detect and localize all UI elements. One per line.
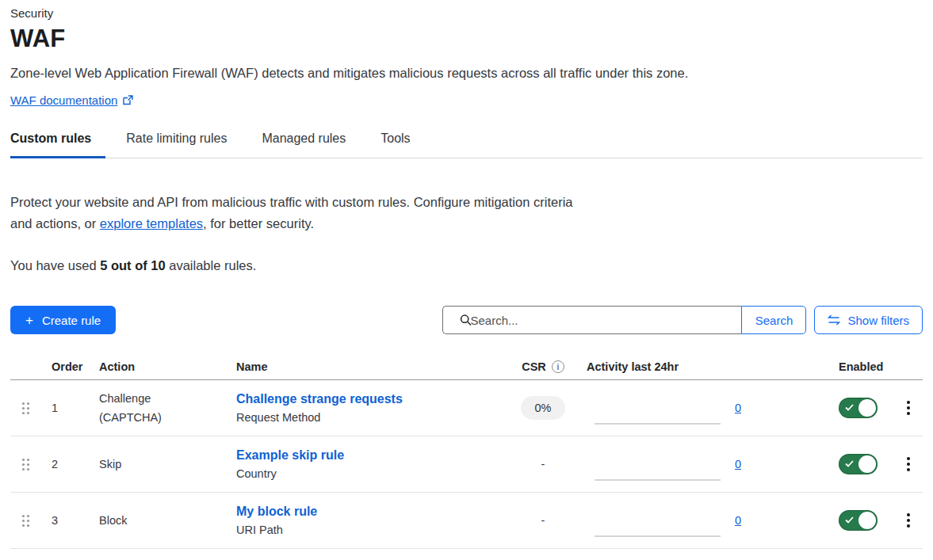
toolbar-right: Search Show filters [442,306,923,334]
activity-sparkline [587,436,721,492]
usage-summary: You have used 5 out of 10 available rule… [10,258,923,273]
toggle-knob [858,512,876,529]
show-filters-label: Show filters [847,314,909,327]
enabled-toggle[interactable] [839,398,878,418]
activity-cell: 0 [587,436,741,492]
usage-count: 5 out of 10 [100,258,166,272]
header-name: Name [226,360,499,373]
rule-order: 2 [41,458,87,470]
table-row-1: 1 Challenge (CAPTCHA) Challenge strange … [10,380,923,436]
toggle-knob [858,455,876,473]
drag-handle-icon[interactable] [10,402,41,415]
toolbar: + Create rule Search Show filters [10,306,923,334]
rule-order: 1 [41,402,87,414]
activity-cell: 0 [587,380,741,436]
kebab-menu-icon[interactable] [894,454,923,474]
page-description: Zone-level Web Application Firewall (WAF… [10,66,923,81]
csr-cell: - [499,514,587,527]
drag-handle-icon[interactable] [10,458,41,471]
kebab-menu-icon[interactable] [894,398,923,418]
create-rule-label: Create rule [42,314,101,327]
rule-action: Block [87,511,226,530]
enabled-cell [827,510,894,531]
usage-suffix: available rules. [166,258,257,272]
header-activity: Activity last 24hr [587,360,741,373]
tab-tools[interactable]: Tools [380,131,424,158]
rules-table: Order Action Name CSR i Activity last 24… [10,354,923,549]
drag-handle-icon[interactable] [10,514,41,528]
tab-managed-rules[interactable]: Managed rules [262,131,360,158]
rule-action: Skip [87,455,226,474]
table-row-3: 3 Block My block rule URI Path - 0 [10,493,923,549]
intro-text: Protect your website and API from malici… [10,192,587,234]
table-header: Order Action Name CSR i Activity last 24… [10,354,923,380]
rule-name-cell: Example skip rule Country [226,448,499,480]
explore-templates-link[interactable]: explore templates [100,216,203,230]
external-link-icon [123,95,133,105]
create-rule-button[interactable]: + Create rule [10,306,116,334]
waf-page: Security WAF Zone-level Web Application … [0,0,933,549]
tab-bar: Custom rules Rate limiting rules Managed… [10,131,923,158]
enabled-toggle[interactable] [839,454,878,474]
tab-custom-rules[interactable]: Custom rules [10,131,105,158]
csr-badge: 0% [521,396,566,420]
search-group: Search [442,306,806,334]
rule-field: Country [236,467,499,480]
enabled-toggle[interactable] [839,510,878,531]
header-csr: CSR i [499,360,587,373]
activity-count-link[interactable]: 0 [735,514,741,527]
header-csr-label: CSR [522,360,546,373]
waf-documentation-link[interactable]: WAF documentation [10,93,133,107]
table-row-2: 2 Skip Example skip rule Country - 0 [10,436,923,493]
csr-cell: 0% [499,396,587,420]
rule-name-cell: Challenge strange requests Request Metho… [226,392,499,424]
rule-action: Challenge (CAPTCHA) [87,389,226,427]
activity-count-link[interactable]: 0 [735,458,741,470]
enabled-cell [827,454,894,474]
search-button[interactable]: Search [741,306,806,334]
rule-name-link[interactable]: Example skip rule [236,448,499,463]
activity-cell: 0 [587,493,741,548]
search-input[interactable] [442,306,741,334]
rule-name-cell: My block rule URI Path [226,505,499,536]
intro-text-after: , for better security. [203,216,314,230]
usage-prefix: You have used [10,258,100,272]
rule-field: URI Path [236,524,499,536]
csr-cell: - [499,458,587,470]
rule-name-link[interactable]: My block rule [236,505,499,519]
header-enabled: Enabled [827,360,894,373]
tab-rate-limiting-rules[interactable]: Rate limiting rules [126,131,241,158]
header-action: Action [87,360,226,373]
doc-link-label: WAF documentation [10,93,117,107]
plus-icon: + [25,314,33,327]
activity-sparkline [587,380,721,436]
kebab-menu-icon[interactable] [894,510,923,531]
info-icon[interactable]: i [552,360,564,373]
activity-sparkline [587,493,721,548]
header-order: Order [41,360,87,373]
csr-dash: - [541,458,545,470]
search-wrap [442,306,741,334]
enabled-cell [827,398,894,418]
rule-name-link[interactable]: Challenge strange requests [236,392,499,406]
breadcrumb: Security [10,6,923,20]
page-title: WAF [10,25,923,53]
rule-order: 3 [41,514,87,527]
show-filters-button[interactable]: Show filters [814,306,923,334]
rule-field: Request Method [236,411,499,424]
toggle-knob [858,399,876,417]
csr-dash: - [541,514,545,527]
activity-count-link[interactable]: 0 [735,402,741,414]
swap-arrows-icon [828,314,840,326]
